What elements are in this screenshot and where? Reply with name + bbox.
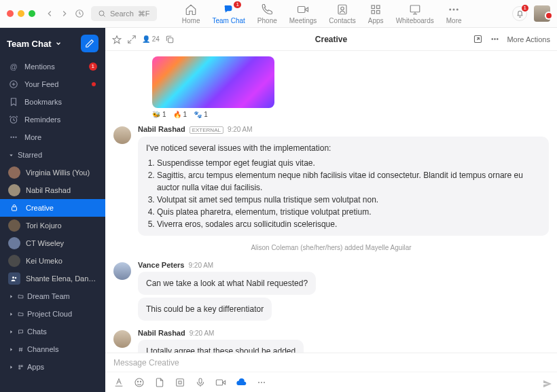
reaction-bee[interactable]: 🐝1 [152, 111, 166, 118]
clock-icon [8, 114, 19, 125]
message-input[interactable]: Message Creative [105, 353, 557, 372]
send-icon[interactable] [542, 378, 553, 389]
more-icon [8, 132, 19, 143]
more-actions-label[interactable]: More Actions [507, 35, 550, 43]
svg-marker-40 [113, 35, 121, 43]
section-apps[interactable]: Apps [0, 358, 105, 376]
reaction-paw[interactable]: 🐾1 [194, 111, 208, 118]
move-icon[interactable] [127, 35, 137, 44]
caret-right-icon [8, 311, 14, 317]
more-actions-icon[interactable] [490, 34, 500, 44]
timestamp: 9:20 AM [228, 126, 253, 133]
starred-group[interactable]: Shante Elena, Daniel Bow... [0, 270, 105, 287]
svg-rect-25 [12, 207, 17, 211]
svg-rect-7 [372, 5, 375, 9]
section-starred[interactable]: Starred [0, 146, 105, 164]
sidebar: Team Chat @Mentions1 Your Feed Bookmarks… [0, 28, 105, 392]
emoji-icon[interactable] [134, 377, 145, 388]
message-bubble[interactable]: I totally agree that these should be add… [138, 340, 304, 353]
nav-back[interactable] [42, 6, 57, 21]
starred-kei[interactable]: Kei Umeko [0, 252, 105, 270]
reaction-fire[interactable]: 🔥1 [173, 111, 187, 118]
group-icon [10, 274, 18, 283]
svg-rect-39 [19, 368, 20, 369]
message-nabil-1: Nabil RashadEXTERNAL9:20 AM I've noticed… [113, 125, 549, 236]
avatar[interactable] [113, 262, 131, 280]
starred-creative[interactable]: Creative [0, 199, 105, 217]
svg-point-58 [140, 381, 141, 382]
svg-rect-3 [298, 6, 306, 12]
starred-virginia[interactable]: Virginia Willis (You) [0, 164, 105, 181]
svg-point-1 [99, 11, 104, 16]
section-projectcloud[interactable]: Project Cloud [0, 305, 105, 323]
channel-title: Creative [315, 35, 347, 44]
svg-point-27 [15, 277, 17, 279]
sidebar-more[interactable]: More [0, 128, 105, 146]
svg-rect-8 [377, 5, 380, 9]
search-input[interactable]: Search ⌘F [91, 6, 157, 21]
plus-icon [8, 79, 19, 90]
message-nabil-2: Nabil Rashad9:20 AM I totally agree that… [113, 329, 549, 353]
folder-icon [18, 311, 24, 317]
compose-button[interactable] [81, 35, 98, 52]
avatar[interactable] [113, 126, 131, 144]
cloud-icon[interactable] [236, 377, 247, 388]
tab-meetings[interactable]: Meetings [289, 3, 317, 24]
compose-icon [85, 39, 94, 48]
tab-phone[interactable]: Phone [257, 3, 277, 24]
sidebar-bookmarks[interactable]: Bookmarks [0, 93, 105, 111]
copy-icon[interactable] [165, 35, 175, 44]
starred-tori[interactable]: Tori Kojuro [0, 217, 105, 234]
svg-point-64 [258, 382, 259, 383]
message-bubble[interactable]: This could be a key differentiator [138, 298, 272, 321]
svg-point-23 [15, 137, 16, 138]
sidebar-title[interactable]: Team Chat [7, 39, 62, 49]
avatar[interactable] [113, 330, 131, 348]
svg-point-14 [449, 8, 451, 10]
tab-more[interactable]: More [446, 3, 462, 24]
recording-indicator [546, 13, 552, 18]
starred-nabil[interactable]: Nabil Rashad [0, 181, 105, 199]
window-controls[interactable] [7, 10, 35, 17]
tab-team-chat[interactable]: Team Chat1 [213, 3, 245, 24]
section-dreamteam[interactable]: Dream Team [0, 287, 105, 305]
feed-dot [92, 82, 96, 86]
section-channels[interactable]: Channels [0, 340, 105, 358]
tab-contacts[interactable]: Contacts [329, 3, 355, 24]
svg-rect-5 [338, 5, 346, 14]
svg-point-22 [13, 137, 14, 138]
svg-rect-41 [168, 37, 173, 42]
star-icon[interactable] [112, 35, 122, 44]
audio-icon[interactable] [195, 377, 206, 388]
video-icon[interactable] [215, 377, 226, 388]
tab-home[interactable]: Home [182, 3, 200, 24]
nav-forward[interactable] [57, 6, 72, 21]
svg-point-45 [497, 38, 499, 40]
svg-marker-31 [10, 348, 12, 351]
section-chats[interactable]: Chats [0, 323, 105, 340]
tab-whiteboards[interactable]: Whiteboards [396, 3, 434, 24]
sidebar-mentions[interactable]: @Mentions1 [0, 58, 105, 75]
message-bubble[interactable]: I've noticed several issues with the imp… [138, 137, 549, 236]
chat-icon [18, 329, 24, 335]
notifications-button[interactable]: 1 [512, 6, 527, 21]
image-attachment[interactable] [152, 56, 274, 108]
message-bubble[interactable]: Can we take a look at what Nabil request… [138, 272, 316, 295]
at-icon: @ [8, 61, 19, 72]
sidebar-reminders[interactable]: Reminders [0, 111, 105, 128]
file-icon[interactable] [154, 377, 165, 388]
screenshot-icon[interactable] [175, 377, 185, 388]
chat-badge: 1 [234, 1, 240, 8]
starred-ct[interactable]: CT Wiseley [0, 234, 105, 252]
history-button[interactable] [72, 6, 87, 21]
message-vance: Vance Peters9:20 AM Can we take a look a… [113, 261, 549, 321]
member-count[interactable]: 👤 24 [142, 35, 160, 43]
popout-icon[interactable] [473, 34, 483, 44]
toolbar-more-icon[interactable] [256, 377, 267, 388]
caret-down-icon [8, 152, 14, 158]
sidebar-yourfeed[interactable]: Your Feed [0, 75, 105, 93]
svg-rect-60 [179, 381, 181, 384]
format-icon[interactable] [113, 377, 124, 388]
tab-apps[interactable]: Apps [368, 3, 384, 24]
svg-line-35 [22, 347, 22, 351]
